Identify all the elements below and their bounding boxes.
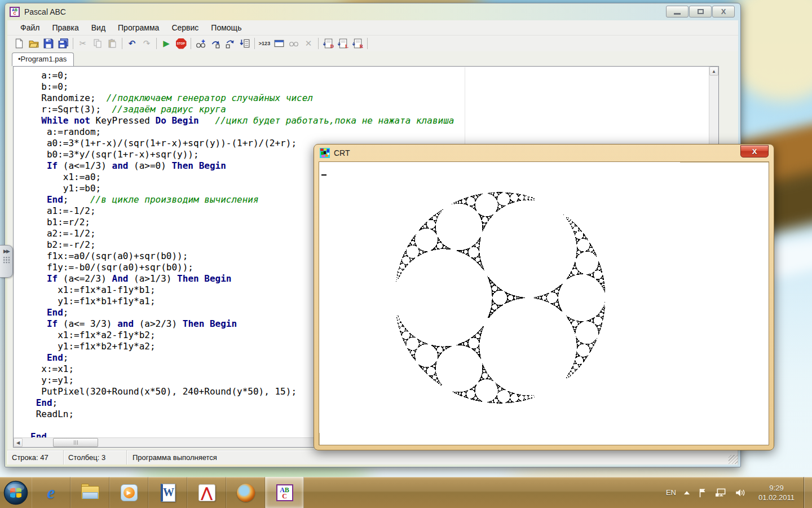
- ide-titlebar[interactable]: ABC Pascal ABC X: [5, 3, 740, 20]
- language-indicator[interactable]: EN: [666, 488, 676, 497]
- pascal-abc-icon: ABC: [276, 484, 293, 501]
- save-icon: [43, 38, 54, 49]
- output-window-icon: [274, 38, 284, 49]
- side-panel-expander[interactable]: ▶▶: [0, 245, 13, 278]
- watch-window-button[interactable]: [286, 37, 301, 50]
- copy-icon: [93, 39, 102, 48]
- goto-definition-icon: [240, 38, 250, 49]
- maximize-button[interactable]: [689, 6, 712, 17]
- toolbar-separator: [191, 38, 191, 49]
- status-bar: Строка: 47 Столбец: 3 Программа выполняе…: [7, 450, 738, 465]
- tab-bar: •Program1.pas: [7, 51, 738, 66]
- close-button[interactable]: X: [712, 6, 735, 17]
- resize-grip[interactable]: [729, 455, 738, 464]
- goto-definition-button[interactable]: [237, 37, 252, 50]
- network-icon[interactable]: [716, 488, 727, 498]
- scroll-up-arrow[interactable]: ▲: [709, 67, 718, 76]
- menu-view[interactable]: Вид: [85, 21, 112, 34]
- open-file-button[interactable]: [27, 37, 41, 50]
- taskbar-pascal-abc[interactable]: ABC: [265, 477, 304, 508]
- menu-help[interactable]: Помощь: [205, 21, 248, 34]
- undo-button[interactable]: ↶: [125, 37, 139, 50]
- crt-output-area: [319, 161, 769, 445]
- calc-expression-button[interactable]: >123: [257, 37, 272, 50]
- crt-titlebar[interactable]: CRT X: [314, 144, 774, 161]
- drag-dots-icon: [3, 256, 10, 264]
- menu-service[interactable]: Сервис: [165, 21, 205, 34]
- step-into-icon: [225, 38, 235, 49]
- copy-button[interactable]: [90, 37, 105, 50]
- crt-close-button[interactable]: X: [740, 145, 769, 157]
- redo-button[interactable]: ↷: [139, 37, 154, 50]
- save-all-button[interactable]: [56, 37, 70, 50]
- module-l-label: L: [345, 43, 348, 49]
- module-d-button[interactable]: D: [321, 37, 336, 50]
- crt-window: CRT X: [314, 144, 774, 450]
- maximize-icon: [698, 9, 704, 14]
- folder-icon: [81, 486, 99, 500]
- new-file-icon: [14, 38, 24, 49]
- window-title: Pascal ABC: [24, 7, 66, 16]
- volume-icon[interactable]: [735, 488, 746, 498]
- action-center-flag-icon[interactable]: [698, 488, 708, 498]
- media-player-icon: ▶: [121, 484, 138, 501]
- taskbar-word[interactable]: W: [148, 477, 187, 508]
- text-cursor: [321, 174, 326, 176]
- close-icon: X: [752, 147, 757, 156]
- open-folder-icon: [29, 38, 39, 49]
- start-button[interactable]: [0, 477, 32, 508]
- module-r-button[interactable]: R: [350, 37, 365, 50]
- status-column-number: Столбец: 3: [64, 450, 127, 465]
- cut-button[interactable]: ✂: [76, 37, 90, 50]
- paste-icon: [108, 39, 117, 48]
- taskbar-adobe-reader[interactable]: ⋀: [187, 477, 226, 508]
- toolbar-separator: [156, 38, 157, 49]
- taskbar-media-player[interactable]: ▶: [109, 477, 148, 508]
- taskbar-internet-explorer[interactable]: e: [32, 477, 70, 508]
- close-output-button[interactable]: ✕: [301, 37, 316, 50]
- taskbar-windows-explorer[interactable]: [70, 477, 109, 508]
- run-button[interactable]: ▶: [159, 37, 174, 50]
- minimize-button[interactable]: [666, 6, 689, 17]
- cut-icon: ✂: [80, 40, 87, 48]
- stop-icon: STOP: [176, 38, 187, 49]
- windows-start-icon: [3, 480, 28, 505]
- show-hidden-icons-arrow[interactable]: [684, 491, 690, 494]
- close-icon: X: [721, 7, 726, 16]
- add-watch-button[interactable]: [193, 37, 208, 50]
- watch-window-icon: [289, 38, 299, 49]
- menu-edit[interactable]: Правка: [46, 21, 85, 34]
- save-button[interactable]: [41, 37, 56, 50]
- taskbar: e ▶ W ⋀ ABC EN 9:29 01.02.2011: [0, 477, 812, 508]
- tray-time: 9:29: [754, 483, 799, 493]
- calc-expression-label: >123: [259, 41, 270, 46]
- redo-icon: ↷: [143, 40, 151, 48]
- toolbar: ✂ ↶ ↷ ▶ STOP: [7, 36, 738, 51]
- internet-explorer-icon: e: [47, 483, 55, 503]
- tab-program1[interactable]: •Program1.pas: [12, 52, 74, 66]
- system-tray: EN 9:29 01.02.2011: [666, 477, 804, 508]
- show-desktop-button[interactable]: [804, 477, 812, 508]
- scroll-left-arrow[interactable]: ◀: [14, 438, 23, 447]
- crt-app-icon: [320, 148, 330, 158]
- status-line-number: Строка: 47: [7, 450, 64, 465]
- step-into-button[interactable]: [223, 37, 237, 50]
- menu-file[interactable]: Файл: [14, 21, 46, 34]
- new-file-button[interactable]: [12, 37, 27, 50]
- stop-button[interactable]: STOP: [174, 37, 188, 50]
- clock[interactable]: 9:29 01.02.2011: [754, 483, 799, 502]
- horizontal-scroll-thumb[interactable]: [53, 438, 98, 447]
- minimize-icon: [674, 13, 681, 15]
- pascal-abc-app-icon: ABC: [10, 7, 20, 17]
- run-icon: ▶: [163, 40, 170, 48]
- close-x-icon: ✕: [305, 40, 312, 48]
- step-over-button[interactable]: [208, 37, 223, 50]
- menu-program[interactable]: Программа: [112, 21, 165, 34]
- paste-button[interactable]: [105, 37, 120, 50]
- output-window-button[interactable]: [272, 37, 286, 50]
- module-l-button[interactable]: L: [336, 37, 350, 50]
- taskbar-firefox[interactable]: [226, 477, 265, 508]
- toolbar-separator: [367, 38, 368, 49]
- menu-bar: Файл Правка Вид Программа Сервис Помощь: [7, 20, 738, 36]
- toolbar-separator: [122, 38, 122, 49]
